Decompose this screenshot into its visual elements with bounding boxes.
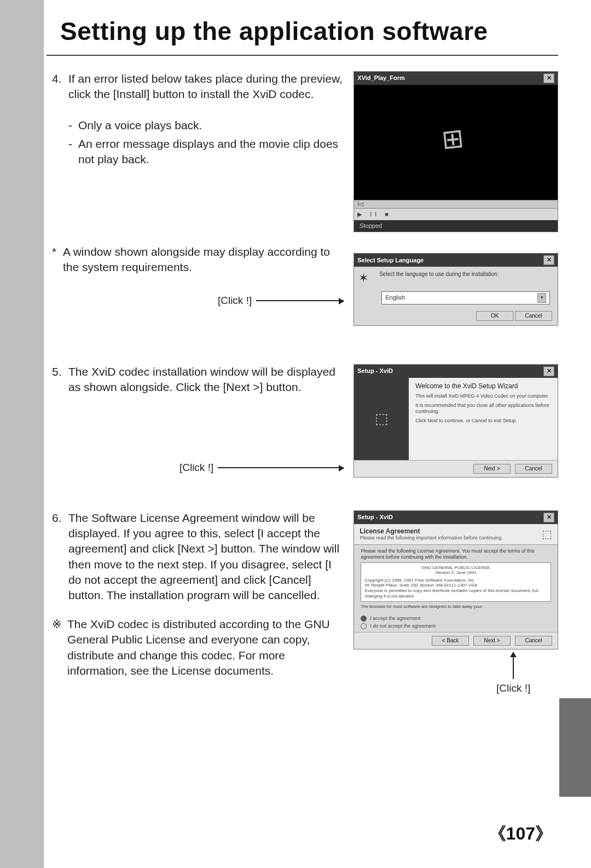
step-4-text-col: 4. If an error listed below takes place …: [52, 71, 354, 326]
language-prompt: Select the language to use during the in…: [379, 271, 499, 278]
content: 4. If an error listed below takes place …: [52, 71, 558, 695]
step-6-gnu-note: ※ The XviD codec is distributed accordin…: [52, 617, 344, 679]
step-6-images: Setup - XviD ✕ License Agreement Please …: [354, 510, 558, 695]
ok-button[interactable]: OK: [476, 311, 513, 321]
step-4-bullet-1: - Only a voice plays back.: [68, 118, 344, 133]
setup-wizard-dialog: Setup - XviD ✕ ⬚ Welcome to the XviD Set…: [354, 364, 558, 478]
license-title: Setup - XviD: [357, 514, 393, 521]
step-4-number: 4.: [52, 71, 68, 102]
page-title: Setting up the application software: [60, 16, 558, 46]
gutter-bar: [0, 0, 44, 868]
setup-wizard-heading: Welcome to the XviD Setup Wizard: [415, 382, 551, 390]
step-6-text-col: 6. The Software License Agreement window…: [52, 510, 354, 695]
arrow-icon: [256, 300, 344, 301]
page-number: 《107》: [489, 822, 553, 846]
step-5-body: The XviD codec installation window will …: [68, 364, 344, 395]
step-4-body: If an error listed below takes place dur…: [68, 71, 344, 102]
next-button[interactable]: Next >: [473, 464, 511, 474]
license-overflow: The licenses for most software are desig…: [361, 604, 551, 610]
player-titlebar: XVid_Play_Form ✕: [354, 72, 558, 85]
cancel-button[interactable]: Cancel: [515, 636, 552, 646]
license-text-box[interactable]: GNU GENERAL PUBLIC LICENSE Version 2, Ju…: [361, 562, 551, 602]
player-video-area: ⊞: [354, 85, 558, 200]
language-titlebar: Select Setup Language ✕: [354, 254, 558, 267]
close-icon[interactable]: ✕: [543, 513, 554, 522]
step-4: 4. If an error listed below takes place …: [52, 71, 558, 326]
player-slider[interactable]: I◁: [354, 200, 558, 209]
step-6-click-label: [Click !]: [496, 681, 530, 695]
step-6-body: The Software License Agreement window wi…: [68, 510, 344, 603]
step-5-number: 5.: [52, 364, 68, 395]
license-dialog: Setup - XviD ✕ License Agreement Please …: [354, 510, 558, 650]
step-4-note: * A window shown alongside may display a…: [52, 244, 344, 275]
title-underline: [47, 55, 558, 56]
setup-wizard-graphic: ⬚: [354, 378, 409, 460]
chevron-down-icon[interactable]: ▾: [537, 293, 546, 303]
license-titlebar: Setup - XviD ✕: [354, 511, 558, 524]
cancel-button[interactable]: Cancel: [515, 311, 552, 321]
close-icon[interactable]: ✕: [543, 73, 554, 83]
language-title: Select Setup Language: [357, 257, 424, 264]
package-icon: ⬚: [542, 527, 552, 541]
license-intro: Please read the following License Agreem…: [361, 548, 551, 560]
step-4-click-label: [Click !]: [218, 294, 256, 308]
player-title: XVid_Play_Form: [357, 74, 405, 82]
step-6-number: 6.: [52, 510, 68, 603]
globe-icon: ✶: [358, 271, 374, 285]
player-controls[interactable]: ▶ ⅠⅠ ■: [354, 209, 558, 220]
language-select[interactable]: English ▾: [381, 291, 550, 304]
setup-wizard-titlebar: Setup - XviD ✕: [354, 365, 558, 378]
thumb-tab: [559, 698, 591, 797]
license-header-sub: Please read the following important info…: [360, 535, 503, 541]
windows-logo-icon: ⊞: [440, 122, 465, 156]
step-5-click-label: [Click !]: [179, 461, 218, 475]
step-5: 5. The XviD codec installation window wi…: [52, 364, 558, 478]
reject-radio[interactable]: I do not accept the agreement: [361, 623, 551, 629]
cancel-button[interactable]: Cancel: [515, 464, 552, 474]
setup-wizard-title: Setup - XviD: [357, 367, 393, 375]
language-dialog: Select Setup Language ✕ ✶ Select the lan…: [354, 253, 558, 325]
step-6: 6. The Software License Agreement window…: [52, 510, 558, 695]
page: Setting up the application software 4. I…: [0, 0, 591, 868]
player-status: Stopped: [354, 220, 558, 232]
back-button[interactable]: < Back: [432, 636, 469, 646]
step-5-images: Setup - XviD ✕ ⬚ Welcome to the XviD Set…: [354, 364, 558, 478]
package-icon: ⬚: [375, 410, 389, 427]
close-icon[interactable]: ✕: [543, 366, 554, 376]
close-icon[interactable]: ✕: [543, 255, 554, 265]
next-button[interactable]: Next >: [473, 636, 511, 646]
license-header-title: License Agreement: [360, 527, 503, 535]
accept-radio[interactable]: I accept the agreement: [361, 616, 551, 622]
arrow-icon: [218, 467, 344, 468]
arrow-up-icon: [Click !]: [468, 652, 558, 695]
player-dialog: XVid_Play_Form ✕ ⊞ I◁ ▶ ⅠⅠ ■ Stopped: [354, 71, 558, 232]
step-4-bullet-2: - An error message displays and the movi…: [68, 136, 344, 168]
step-5-text-col: 5. The XviD codec installation window wi…: [52, 364, 354, 478]
step-4-images: XVid_Play_Form ✕ ⊞ I◁ ▶ ⅠⅠ ■ Stopped Sel…: [354, 71, 558, 326]
